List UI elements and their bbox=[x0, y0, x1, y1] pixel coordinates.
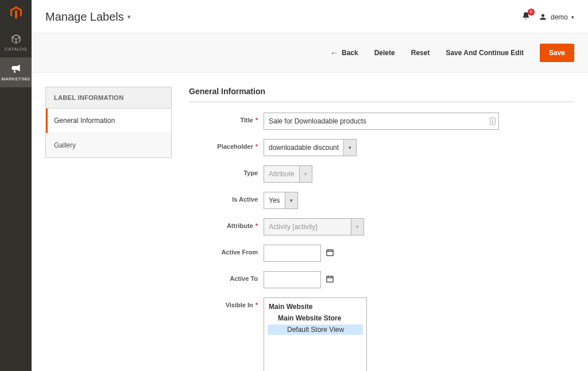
megaphone-icon bbox=[0, 63, 32, 75]
caret-down-icon: ▾ bbox=[285, 192, 297, 208]
svg-rect-1 bbox=[327, 276, 333, 282]
topbar: Manage Labels ▾ 0 demo ▾ bbox=[32, 0, 588, 33]
calendar-icon[interactable] bbox=[326, 275, 334, 285]
caret-down-icon: ▾ bbox=[571, 14, 574, 20]
user-icon bbox=[539, 13, 547, 21]
store-view[interactable]: Default Store View bbox=[268, 324, 363, 335]
label-attribute: Attribute* bbox=[189, 218, 264, 229]
tab-gallery[interactable]: Gallery bbox=[46, 133, 171, 157]
calendar-icon[interactable] bbox=[326, 248, 334, 258]
svg-rect-0 bbox=[327, 250, 333, 256]
active-from-input[interactable] bbox=[264, 245, 321, 262]
delete-button[interactable]: Delete bbox=[374, 49, 395, 57]
tab-general-information[interactable]: General Information bbox=[46, 109, 171, 133]
label-active-to: Active To bbox=[189, 271, 264, 282]
action-bar: ← Back Delete Reset Save And Continue Ed… bbox=[32, 33, 588, 73]
store-group[interactable]: Main Website Store bbox=[268, 313, 363, 323]
caret-down-icon: ▾ bbox=[127, 13, 131, 21]
save-continue-button[interactable]: Save And Continue Edit bbox=[446, 49, 524, 57]
section-title: General Information bbox=[189, 87, 574, 102]
active-to-input[interactable] bbox=[264, 271, 321, 288]
is-active-select[interactable]: Yes ▾ bbox=[264, 192, 298, 209]
form-area: General Information Title* i Placeholder… bbox=[189, 87, 574, 371]
magento-logo-icon[interactable] bbox=[8, 5, 24, 21]
caret-down-icon: ▾ bbox=[299, 166, 312, 182]
caret-down-icon: ▾ bbox=[343, 140, 356, 156]
tabs-panel: LABEL INFORMATION General Information Ga… bbox=[45, 87, 172, 158]
tabs-header: LABEL INFORMATION bbox=[46, 87, 171, 109]
label-title: Title* bbox=[189, 113, 264, 123]
placeholder-select[interactable]: downloadable discount ▾ bbox=[264, 139, 357, 156]
reset-button[interactable]: Reset bbox=[411, 49, 430, 57]
type-select: Attribute ▾ bbox=[264, 165, 312, 183]
label-type: Type bbox=[189, 165, 264, 176]
label-placeholder: Placeholder* bbox=[189, 139, 264, 150]
nav-marketing[interactable]: MARKETING bbox=[0, 57, 32, 87]
page-title[interactable]: Manage Labels ▾ bbox=[45, 10, 131, 24]
hint-icon[interactable]: i bbox=[490, 118, 496, 125]
user-menu[interactable]: demo ▾ bbox=[539, 13, 574, 21]
nav-catalog[interactable]: CATALOG bbox=[0, 28, 32, 57]
notifications-button[interactable]: 0 bbox=[521, 11, 531, 22]
save-button[interactable]: Save bbox=[540, 44, 574, 62]
caret-down-icon: ▾ bbox=[351, 219, 363, 235]
back-button[interactable]: ← Back bbox=[330, 48, 358, 57]
cube-icon bbox=[0, 33, 32, 45]
attribute-select: Activity [activity] ▾ bbox=[264, 218, 364, 235]
admin-sidebar: CATALOG MARKETING bbox=[0, 0, 32, 371]
visible-in-multiselect[interactable]: Main Website Main Website Store Default … bbox=[264, 297, 367, 371]
notification-badge: 0 bbox=[528, 9, 535, 16]
title-input[interactable] bbox=[264, 113, 499, 130]
label-active-from: Active From bbox=[189, 245, 264, 256]
arrow-left-icon: ← bbox=[330, 48, 338, 57]
store-website[interactable]: Main Website bbox=[268, 302, 363, 312]
label-visible-in: Visible In* bbox=[189, 297, 264, 308]
label-is-active: Is Active bbox=[189, 192, 264, 203]
